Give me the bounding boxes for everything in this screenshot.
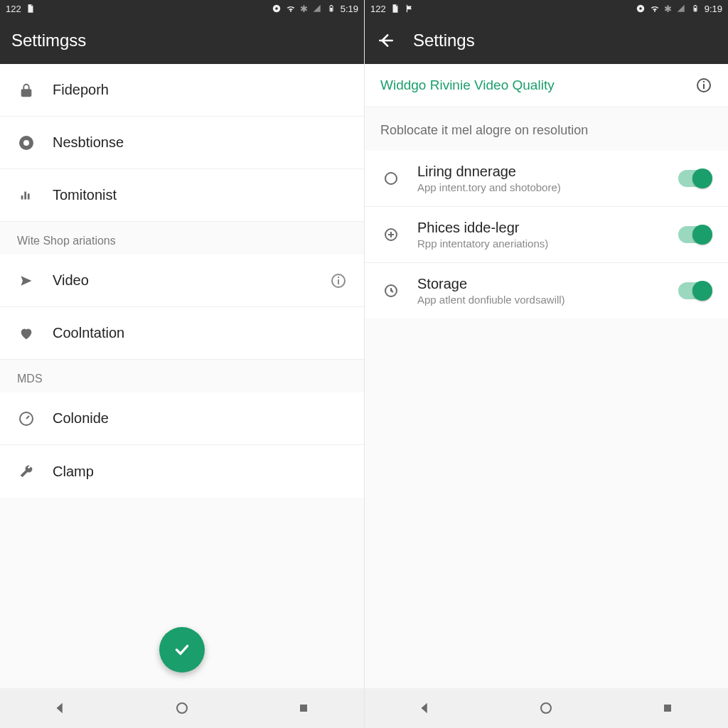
row-liring[interactable]: Liring dnnerage App intent.tory and shot…: [365, 151, 728, 207]
row-title: Liring dnnerage: [417, 164, 661, 180]
system-nav: [365, 688, 728, 728]
section-label: Wite Shop ariations: [0, 222, 364, 255]
disc-icon: [636, 4, 646, 14]
system-nav: [0, 688, 364, 728]
section-description: Roblocate it mel alogre on resolution: [365, 107, 728, 151]
status-bar: 122 ✱ 5:19: [0, 0, 364, 17]
send-icon: [17, 272, 36, 290]
info-icon[interactable]: [330, 272, 347, 289]
wifi-icon: [286, 4, 296, 14]
toggle[interactable]: [678, 170, 711, 187]
status-clock: 9:19: [705, 4, 722, 14]
row-video[interactable]: Video: [0, 255, 364, 307]
plus-circle-icon: [382, 225, 400, 244]
circle-icon: [382, 169, 400, 188]
signal-icon: [312, 4, 322, 14]
row-title: Clamp: [53, 464, 347, 480]
app-bar: Settimgss: [0, 17, 364, 64]
row-sub: Rpp intentatory aneriations): [417, 237, 661, 250]
lock-icon: [17, 81, 36, 100]
status-left-text: 122: [370, 4, 386, 14]
battery-icon: [690, 4, 700, 14]
app-bar: Settings: [365, 17, 728, 64]
row-title: Phices idde-legr: [417, 220, 661, 236]
nav-home-button[interactable]: [165, 691, 199, 725]
wifi-icon: [650, 4, 660, 14]
row-title: Video: [53, 272, 313, 289]
row-title: Tomitonist: [53, 187, 347, 203]
row-title: Storage: [417, 276, 661, 292]
heart-icon: [17, 324, 36, 343]
page-title: Settings: [413, 31, 475, 50]
clock-icon: [382, 282, 400, 300]
section-title: Widdgo Rivinie Video Quality: [380, 77, 555, 93]
row-title: Colonide: [53, 410, 347, 427]
row-clamp[interactable]: Clamp: [0, 445, 364, 498]
info-icon[interactable]: [695, 77, 712, 94]
wrench-icon: [17, 462, 36, 481]
row-sub: App atlent donfiuble vordsawill): [417, 294, 661, 306]
section-header[interactable]: Widdgo Rivinie Video Quality: [365, 64, 728, 107]
row-fideporh[interactable]: Fideporh: [0, 64, 364, 117]
bars-icon: [17, 186, 36, 205]
fab-confirm[interactable]: [159, 627, 205, 673]
row-tomitonist[interactable]: Tomitonist: [0, 169, 364, 222]
status-left-text: 122: [6, 4, 21, 14]
nav-back-button[interactable]: [43, 691, 77, 725]
right-pane: 122 ✱ 9:19 Settings Widdgo Rivinie Video…: [364, 0, 728, 728]
row-colonide[interactable]: Colonide: [0, 392, 364, 445]
row-nesbtionse[interactable]: Nesbtionse: [0, 117, 364, 169]
page-title: Settimgss: [11, 31, 86, 50]
battery-icon: [326, 4, 336, 14]
left-pane: 122 ✱ 5:19 Settimgss Fideporh Nesbt: [0, 0, 364, 728]
nav-home-button[interactable]: [529, 691, 563, 725]
row-title: Nesbtionse: [53, 134, 347, 151]
row-title: Fideporh: [53, 82, 347, 98]
note-icon: [26, 4, 36, 14]
disc-icon: [272, 4, 282, 14]
row-storage[interactable]: Storage App atlent donfiuble vordsawill): [365, 263, 728, 318]
nav-recent-button[interactable]: [287, 691, 321, 725]
nav-recent-button[interactable]: [651, 691, 685, 725]
status-clock: 5:19: [341, 4, 358, 14]
row-title: Coolntation: [53, 325, 347, 341]
row-phices[interactable]: Phices idde-legr Rpp intentatory aneriat…: [365, 207, 728, 263]
note-icon: [390, 4, 400, 14]
row-sub: App intent.tory and shotobore): [417, 181, 661, 193]
gauge-icon: [17, 410, 36, 428]
nav-back-button[interactable]: [408, 691, 442, 725]
row-coolntation[interactable]: Coolntation: [0, 307, 364, 360]
flag-icon: [405, 4, 414, 14]
back-button[interactable]: [376, 31, 396, 50]
section-label: MDS: [0, 360, 364, 392]
toggle[interactable]: [678, 226, 711, 243]
camera-icon: [17, 134, 36, 152]
status-bar: 122 ✱ 9:19: [365, 0, 728, 17]
signal-icon: [676, 4, 686, 14]
toggle[interactable]: [678, 282, 711, 299]
